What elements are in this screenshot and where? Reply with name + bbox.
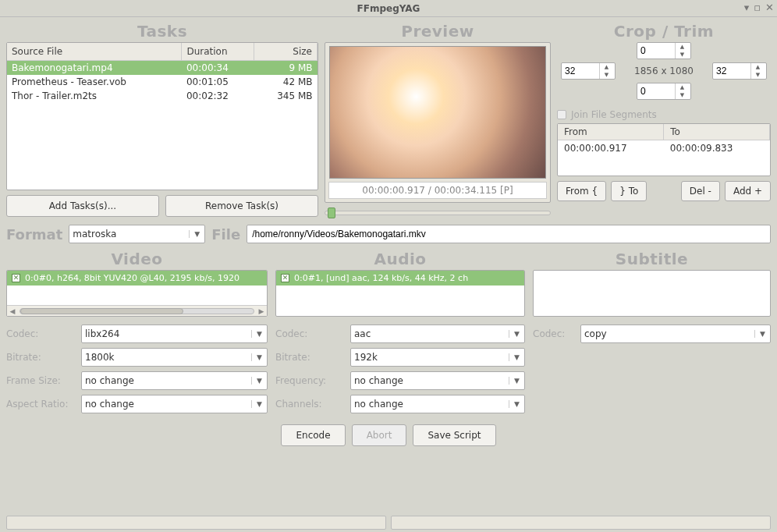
crop-bottom-input[interactable]: ▲▼: [637, 83, 691, 100]
audio-title: Audio: [275, 250, 525, 268]
trim-col-to[interactable]: To: [664, 124, 770, 140]
tasks-table[interactable]: Source File Duration Size Bakemonogatari…: [6, 42, 318, 190]
video-hscroll[interactable]: ◀ ▶: [7, 305, 267, 316]
preview-title: Preview: [325, 22, 551, 41]
audio-freq-combo[interactable]: no change▼: [350, 371, 525, 390]
preview-time: 00:00:00.917 / 00:00:34.115 [P]: [328, 182, 547, 199]
down-icon[interactable]: ▼: [600, 71, 613, 79]
tasks-col-source[interactable]: Source File: [7, 43, 182, 61]
chevron-down-icon[interactable]: ▼: [509, 377, 521, 385]
preview-panel: Preview 00:00:00.917 / 00:00:34.115 [P]: [325, 22, 551, 217]
video-stream-list[interactable]: ✕ 0:0#0, h264, 8bit YUV420 @L40, 2195 kb…: [6, 270, 268, 317]
minimize-icon[interactable]: ▾: [744, 2, 750, 13]
trim-to-button[interactable]: } To: [611, 181, 647, 201]
audio-bitrate-combo[interactable]: 192k▼: [350, 348, 525, 367]
crop-right-input[interactable]: ▲▼: [712, 62, 767, 80]
table-row[interactable]: Prometheus - Teaser.vob00:01:0542 MB: [7, 75, 318, 89]
trim-add-button[interactable]: Add +: [725, 181, 771, 201]
down-icon[interactable]: ▼: [676, 51, 689, 59]
crop-title: Crop / Trim: [557, 22, 771, 41]
join-segments-checkbox: [557, 110, 566, 119]
crop-panel: Crop / Trim ▲▼ ▲▼ 1856 x 1080 ▲▼ ▲▼ Join…: [557, 22, 771, 217]
video-title: Video: [6, 250, 268, 268]
save-script-button[interactable]: Save Script: [413, 424, 495, 446]
format-label: Format: [6, 226, 62, 243]
trim-from-button[interactable]: From {: [557, 181, 606, 201]
chevron-down-icon[interactable]: ▼: [251, 377, 264, 385]
window-controls: ▾ ▫ ✕: [744, 2, 774, 13]
video-aspect-combo[interactable]: no change▼: [81, 395, 268, 413]
subtitle-stream-list[interactable]: [533, 270, 771, 317]
chevron-down-icon[interactable]: ▼: [251, 400, 264, 408]
join-segments-label: Join File Segments: [571, 109, 657, 120]
down-icon[interactable]: ▼: [676, 91, 689, 99]
window-title: FFmpegYAG: [357, 3, 420, 14]
chevron-down-icon[interactable]: ▼: [251, 353, 264, 361]
table-row[interactable]: Bakemonogatari.mp400:00:349 MB: [7, 61, 318, 76]
video-aspect-label: Aspect Ratio:: [6, 399, 76, 410]
crop-left-input[interactable]: ▲▼: [561, 62, 616, 80]
checkbox-icon[interactable]: ✕: [281, 274, 289, 282]
tasks-col-duration[interactable]: Duration: [182, 43, 254, 61]
video-framesize-label: Frame Size:: [6, 375, 76, 386]
chevron-down-icon[interactable]: ▼: [509, 400, 521, 408]
subtitle-panel: Subtitle Codec: copy▼: [533, 250, 771, 413]
table-row[interactable]: 00:00:00.91700:00:09.833: [558, 140, 770, 157]
chevron-down-icon[interactable]: ▼: [189, 230, 201, 238]
status-cell: [391, 516, 771, 530]
up-icon[interactable]: ▲: [676, 43, 689, 51]
video-codec-combo[interactable]: libx264▼: [81, 325, 268, 343]
video-framesize-combo[interactable]: no change▼: [81, 371, 268, 390]
maximize-icon[interactable]: ▫: [754, 2, 761, 13]
video-bitrate-combo[interactable]: 1800k▼: [81, 348, 268, 367]
audio-stream-list[interactable]: ✕ 0:0#1, [und] aac, 124 kb/s, 44 kHz, 2 …: [275, 270, 525, 317]
chevron-down-icon[interactable]: ▼: [754, 330, 767, 338]
audio-panel: Audio ✕ 0:0#1, [und] aac, 124 kb/s, 44 k…: [275, 250, 525, 413]
trim-del-button[interactable]: Del -: [681, 181, 720, 201]
audio-stream-item[interactable]: ✕ 0:0#1, [und] aac, 124 kb/s, 44 kHz, 2 …: [276, 271, 524, 286]
format-combo[interactable]: matroska ▼: [69, 225, 205, 243]
chevron-down-icon[interactable]: ▼: [509, 330, 521, 338]
crop-resolution: 1856 x 1080: [634, 66, 694, 76]
audio-channels-combo[interactable]: no change▼: [350, 395, 525, 413]
down-icon[interactable]: ▼: [751, 71, 765, 79]
abort-button: Abort: [352, 424, 407, 446]
crop-top-input[interactable]: ▲▼: [637, 42, 691, 59]
audio-codec-combo[interactable]: aac▼: [350, 325, 525, 343]
slider-thumb[interactable]: [328, 207, 335, 218]
video-stream-item[interactable]: ✕ 0:0#0, h264, 8bit YUV420 @L40, 2195 kb…: [7, 271, 267, 286]
table-row[interactable]: Thor - Trailer.m2ts00:02:32345 MB: [7, 89, 318, 103]
chevron-down-icon[interactable]: ▼: [509, 353, 521, 361]
join-segments-row: Join File Segments: [557, 109, 771, 120]
tasks-panel: Tasks Source File Duration Size Bakemono…: [6, 22, 318, 217]
checkbox-icon[interactable]: ✕: [12, 274, 20, 282]
up-icon[interactable]: ▲: [600, 63, 613, 71]
scroll-right-icon[interactable]: ▶: [256, 307, 267, 315]
video-panel: Video ✕ 0:0#0, h264, 8bit YUV420 @L40, 2…: [6, 250, 268, 413]
file-path-input[interactable]: [247, 225, 771, 243]
video-bitrate-label: Bitrate:: [6, 352, 76, 363]
trim-col-from[interactable]: From: [558, 124, 664, 140]
close-icon[interactable]: ✕: [765, 2, 774, 13]
remove-task-button[interactable]: Remove Task(s): [165, 195, 318, 217]
subtitle-codec-combo[interactable]: copy▼: [580, 325, 771, 343]
tasks-title: Tasks: [6, 22, 318, 41]
preview-image: [329, 46, 546, 179]
up-icon[interactable]: ▲: [751, 63, 765, 71]
add-tasks-button[interactable]: Add Tasks(s)...: [6, 195, 159, 217]
subtitle-title: Subtitle: [533, 250, 771, 268]
audio-channels-label: Channels:: [275, 399, 346, 410]
up-icon[interactable]: ▲: [676, 83, 689, 91]
subtitle-codec-label: Codec:: [533, 328, 576, 339]
video-codec-label: Codec:: [6, 328, 76, 339]
audio-freq-label: Frequency:: [275, 375, 346, 386]
scroll-knob[interactable]: [20, 308, 183, 314]
encode-button[interactable]: Encode: [281, 424, 345, 446]
audio-bitrate-label: Bitrate:: [275, 352, 346, 363]
preview-seek-slider[interactable]: [325, 211, 551, 215]
file-label: File: [211, 226, 240, 243]
chevron-down-icon[interactable]: ▼: [251, 330, 264, 338]
tasks-col-size[interactable]: Size: [254, 43, 318, 61]
scroll-left-icon[interactable]: ◀: [7, 307, 18, 315]
trim-table[interactable]: From To 00:00:00.91700:00:09.833: [557, 123, 771, 176]
